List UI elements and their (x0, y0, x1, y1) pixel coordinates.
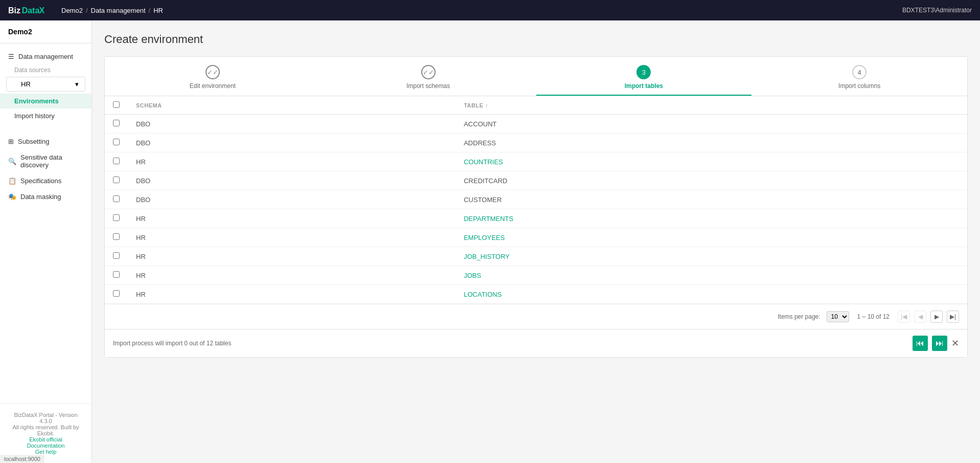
wizard-steps: ✓ Edit environment ✓ Import schemas 3 Im… (105, 57, 967, 96)
step-2-label: Import schemas (406, 82, 450, 90)
import-tables-table: SCHEMA TABLE ↑ DBO ACCOUNT DBO ADDRESS H… (105, 96, 967, 304)
logo: Biz Data X (8, 3, 49, 17)
step-2-indicator: ✓ (421, 65, 436, 79)
table-row: HR LOCATIONS (105, 285, 967, 304)
step-1-indicator: ✓ (206, 65, 220, 79)
wizard-card: ✓ Edit environment ✓ Import schemas 3 Im… (104, 56, 968, 358)
first-page-button[interactable]: |◀ (898, 311, 910, 323)
documentation-link[interactable]: Documentation (27, 443, 65, 449)
row-checkbox-1[interactable] (113, 139, 120, 145)
datasource-name: HR (21, 80, 31, 88)
row-checkbox-2[interactable] (113, 158, 120, 164)
breadcrumb-demo2[interactable]: Demo2 (61, 7, 83, 14)
sidebar-item-environments[interactable]: Environments (0, 94, 92, 108)
table-row: HR JOB_HISTORY (105, 247, 967, 266)
step-3-label: Import tables (625, 82, 663, 90)
sidebar-item-sensitive-data-discovery[interactable]: 🔍 Sensitive data discovery (0, 149, 92, 173)
rights-text: All rights reserved. Built by Ekobit. (8, 424, 83, 436)
search-icon: 🔍 (8, 158, 16, 165)
book-icon: 📋 (8, 177, 16, 185)
get-help-link[interactable]: Get help (35, 449, 57, 455)
schema-cell: HR (128, 247, 455, 266)
sidebar: Demo2 ☰ Data management Data sources HR … (0, 20, 92, 463)
datasource-selector[interactable]: HR ▾ (6, 77, 85, 92)
row-checkbox-0[interactable] (113, 120, 120, 126)
sidebar-item-data-management[interactable]: ☰ Data management (0, 49, 92, 64)
project-name: Demo2 (0, 20, 92, 43)
schema-column-header[interactable]: SCHEMA (128, 96, 455, 115)
table-row: HR EMPLOYEES (105, 228, 967, 247)
sidebar-footer: BizDataX Portal - Version 4.3.0 All righ… (0, 403, 92, 463)
wizard-step-3: 3 Import tables (536, 65, 752, 96)
step-3-indicator: 3 (636, 65, 651, 79)
next-button[interactable]: ⏭ (932, 336, 947, 351)
prev-page-button[interactable]: ◀ (914, 311, 926, 323)
schema-cell: HR (128, 285, 455, 304)
step-4-label: Import columns (838, 82, 880, 90)
table-column-header[interactable]: TABLE ↑ (455, 96, 967, 115)
table-cell: CREDITCARD (455, 171, 967, 190)
table-row: DBO CUSTOMER (105, 190, 967, 209)
schema-cell: HR (128, 209, 455, 228)
data-sources-label: Data sources (0, 64, 92, 75)
wizard-step-2: ✓ Import schemas (321, 65, 536, 96)
row-checkbox-5[interactable] (113, 214, 120, 221)
row-checkbox-6[interactable] (113, 233, 120, 240)
sidebar-item-data-masking[interactable]: 🎭 Data masking (0, 189, 92, 205)
pagination: Items per page: 10 20 50 1 – 10 of 12 |◀… (105, 304, 967, 329)
step-4-indicator: 4 (852, 65, 867, 79)
breadcrumb-hr[interactable]: HR (153, 7, 163, 14)
sidebar-item-import-history[interactable]: Import history (0, 108, 92, 123)
version-text: BizDataX Portal - Version 4.3.0 (8, 412, 83, 424)
table-cell: ADDRESS (455, 134, 967, 152)
sidebar-item-specifications[interactable]: 📋 Specifications (0, 173, 92, 189)
row-checkbox-3[interactable] (113, 177, 120, 183)
close-button[interactable]: ✕ (951, 338, 959, 349)
mask-icon: 🎭 (8, 193, 16, 201)
sidebar-sensitive-label: Sensitive data discovery (20, 153, 83, 169)
table-row: DBO ACCOUNT (105, 115, 967, 134)
step-1-label: Edit environment (190, 82, 236, 90)
puzzle-icon: ⊞ (8, 138, 14, 145)
table-cell: ACCOUNT (455, 115, 967, 134)
svg-text:X: X (39, 6, 44, 15)
wizard-step-4: 4 Import columns (751, 65, 967, 96)
sidebar-subsetting-label: Subsetting (18, 138, 49, 145)
select-all-header (105, 96, 128, 115)
breadcrumb-data-management[interactable]: Data management (91, 7, 146, 14)
schema-cell: DBO (128, 171, 455, 190)
chevron-down-icon: ▾ (75, 80, 79, 88)
back-button[interactable]: ⏮ (913, 336, 928, 351)
page-title: Create environment (104, 33, 968, 46)
table-cell: DEPARTMENTS (455, 209, 967, 228)
action-bar: Import process will import 0 out of 12 t… (105, 329, 967, 357)
ekobit-link[interactable]: Ekobit official (29, 436, 62, 443)
table-cell: JOBS (455, 266, 967, 285)
main-content: Create environment ✓ Edit environment ✓ … (92, 20, 980, 463)
table-container: SCHEMA TABLE ↑ DBO ACCOUNT DBO ADDRESS H… (105, 96, 967, 329)
sidebar-specifications-label: Specifications (20, 177, 61, 185)
row-checkbox-7[interactable] (113, 252, 120, 259)
last-page-button[interactable]: ▶| (947, 311, 959, 323)
row-checkbox-8[interactable] (113, 271, 120, 278)
breadcrumb: Demo2 / Data management / HR (61, 7, 902, 14)
sidebar-data-masking-label: Data masking (20, 193, 61, 201)
table-row: HR JOBS (105, 266, 967, 285)
sidebar-data-management-label: Data management (18, 53, 73, 60)
items-per-page-select[interactable]: 10 20 50 (827, 311, 849, 322)
table-row: HR DEPARTMENTS (105, 209, 967, 228)
next-page-button[interactable]: ▶ (930, 311, 943, 323)
url-bar: localhost:9000 (0, 455, 44, 463)
schema-cell: DBO (128, 190, 455, 209)
sidebar-item-subsetting[interactable]: ⊞ Subsetting (0, 134, 92, 149)
select-all-checkbox[interactable] (113, 101, 120, 108)
svg-text:Biz: Biz (8, 6, 20, 15)
table-cell: LOCATIONS (455, 285, 967, 304)
wizard-step-1: ✓ Edit environment (105, 65, 321, 96)
svg-text:Data: Data (22, 6, 40, 15)
user-info: BDXTEST3\Administrator (902, 7, 972, 14)
table-row: HR COUNTRIES (105, 152, 967, 171)
items-per-page-label: Items per page: (778, 313, 820, 320)
row-checkbox-4[interactable] (113, 195, 120, 202)
row-checkbox-9[interactable] (113, 290, 120, 297)
